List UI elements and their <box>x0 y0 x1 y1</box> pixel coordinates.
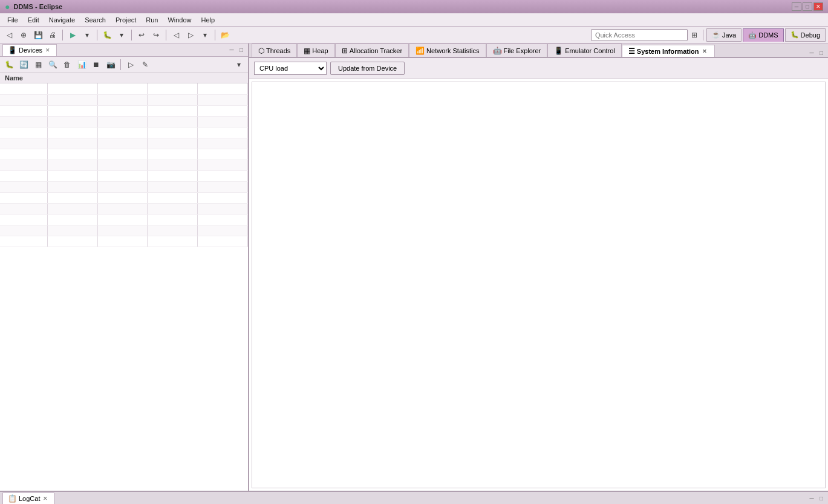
table-row <box>0 192 248 203</box>
toolbar-nav-dropdown[interactable]: ▾ <box>198 28 212 42</box>
devices-toolbar: 🐛 🔄 ▦ 🔍 🗑 📊 ⏹ 📷 ▷ ✎ ▾ <box>0 57 248 73</box>
update-from-device-button[interactable]: Update from Device <box>330 62 405 75</box>
logcat-tab[interactable]: 📋 LogCat ✕ <box>2 493 54 505</box>
logcat-tab-controls: ─ □ <box>807 494 826 503</box>
tab-threads[interactable]: ⬡ Threads <box>252 44 297 57</box>
emulator-tab-label: Emulator Control <box>565 47 615 54</box>
perspective-ddms[interactable]: 🤖 DDMS <box>743 28 783 42</box>
toolbar-print-button[interactable]: 🖨 <box>46 28 59 42</box>
devices-tab-close[interactable]: ✕ <box>44 47 51 53</box>
toolbar-undo-button[interactable]: ↩ <box>135 28 148 42</box>
toolbar-open-perspective[interactable]: ⊞ <box>689 28 700 42</box>
dump-hprof-btn[interactable]: 🔍 <box>46 58 59 71</box>
tab-file-explorer[interactable]: 🤖 File Explorer <box>486 44 548 57</box>
toolbar-run-button[interactable]: ▶ <box>66 28 79 42</box>
allocation-tab-label: Allocation Tracker <box>350 47 402 54</box>
title-bar: ● DDMS - Eclipse ─ □ ✕ <box>0 0 828 13</box>
heap-tab-icon: ▦ <box>304 47 310 55</box>
menu-edit[interactable]: Edit <box>23 15 44 25</box>
tab-allocation[interactable]: ⊞ Allocation Tracker <box>335 44 409 57</box>
maximize-button[interactable]: □ <box>803 2 812 11</box>
network-tab-label: Network Statistics <box>426 47 479 54</box>
quick-access-area <box>591 29 688 41</box>
devices-view-menu[interactable]: ▾ <box>232 58 246 71</box>
menu-project[interactable]: Project <box>111 15 141 25</box>
debug-process-btn[interactable]: 🐛 <box>2 58 16 71</box>
logcat-tab-close[interactable]: ✕ <box>42 496 49 502</box>
toolbar-save-button[interactable]: 💾 <box>31 28 45 42</box>
tab-network[interactable]: 📶 Network Statistics <box>409 44 486 57</box>
update-threads-btn[interactable]: 🔄 <box>17 58 30 71</box>
toolbar-back-button[interactable]: ◁ <box>2 28 16 42</box>
tabs-row: ⬡ Threads ▦ Heap ⊞ Allocation Tracker 📶 … <box>249 44 828 58</box>
sysinfo-maximize-btn[interactable]: □ <box>817 48 826 57</box>
title-bar-controls: ─ □ ✕ <box>792 2 823 11</box>
table-row <box>0 83 248 94</box>
table-row <box>0 170 248 181</box>
logcat-maximize-btn[interactable]: □ <box>817 494 826 503</box>
menu-help[interactable]: Help <box>197 15 220 25</box>
toolbar-separator-1 <box>62 30 63 40</box>
toolbar-redo-button[interactable]: ↪ <box>149 28 163 42</box>
perspective-java[interactable]: ☕ Java <box>706 28 742 42</box>
update-heap-btn[interactable]: ▦ <box>31 58 45 71</box>
toolbar-debug-dropdown[interactable]: ▾ <box>115 28 128 42</box>
cause-gc-btn[interactable]: 🗑 <box>60 58 74 71</box>
table-row <box>0 127 248 138</box>
quick-access-input[interactable] <box>591 29 688 41</box>
sysinfo-minimize-btn[interactable]: ─ <box>807 48 816 57</box>
update-allocation-btn[interactable]: 📊 <box>75 58 88 71</box>
edit-filters-btn[interactable]: ✎ <box>139 58 152 71</box>
menu-bar: File Edit Navigate Search Project Run Wi… <box>0 13 828 27</box>
tab-sysinfo[interactable]: ☰ System Information ✕ <box>622 45 715 58</box>
toolbar-debug-button[interactable]: 🐛 <box>100 28 114 42</box>
emulator-tab-icon: 📱 <box>554 47 563 55</box>
devices-tab-controls: ─ □ <box>227 46 246 54</box>
perspective-debug[interactable]: 🐛 Debug <box>785 28 826 42</box>
devices-maximize-btn[interactable]: □ <box>237 46 246 54</box>
sysinfo-tab-label: System Information <box>637 48 699 55</box>
devices-minimize-btn[interactable]: ─ <box>227 46 236 54</box>
menu-file[interactable]: File <box>2 15 23 25</box>
right-panel: ⬡ Threads ▦ Heap ⊞ Allocation Tracker 📶 … <box>249 44 828 491</box>
minimize-button[interactable]: ─ <box>792 2 801 11</box>
table-row <box>0 116 248 127</box>
stop-adb-btn[interactable]: ⏹ <box>90 58 103 71</box>
toolbar-separator-6 <box>703 30 703 40</box>
menu-run[interactable]: Run <box>141 15 163 25</box>
logcat-minimize-btn[interactable]: ─ <box>807 494 816 503</box>
devices-grid <box>0 83 248 247</box>
sysinfo-tab-close[interactable]: ✕ <box>701 48 708 54</box>
toolbar-run-dropdown[interactable]: ▾ <box>80 28 94 42</box>
logcat-tab-label: LogCat <box>19 495 40 502</box>
table-row <box>0 149 248 160</box>
toolbar-nav-next[interactable]: ▷ <box>184 28 197 42</box>
tab-emulator[interactable]: 📱 Emulator Control <box>547 44 622 57</box>
screen-capture-btn[interactable]: 📷 <box>104 58 117 71</box>
tab-heap[interactable]: ▦ Heap <box>297 44 334 57</box>
menu-window[interactable]: Window <box>163 15 196 25</box>
bottom-area: 📋 LogCat ✕ ─ □ Saved Filters + – ✎ All m… <box>0 491 828 504</box>
ddms-label: DDMS <box>758 31 778 39</box>
perspective-area: ☕ Java 🤖 DDMS 🐛 Debug <box>706 28 826 42</box>
toolbar-nav-prev[interactable]: ◁ <box>169 28 183 42</box>
run-logcat-btn[interactable]: ▷ <box>124 58 137 71</box>
table-row <box>0 203 248 214</box>
menu-search[interactable]: Search <box>80 15 111 25</box>
devices-tab[interactable]: 📱 Devices ✕ <box>2 44 57 56</box>
threads-tab-label: Threads <box>266 47 290 54</box>
toolbar-open-button[interactable]: 📂 <box>218 28 232 42</box>
cpu-load-select[interactable]: CPU load Memory Usage Battery Usage Othe… <box>254 62 327 75</box>
close-button[interactable]: ✕ <box>813 2 823 11</box>
table-row <box>0 181 248 192</box>
menu-navigate[interactable]: Navigate <box>44 15 80 25</box>
toolbar-new-button[interactable]: ⊕ <box>17 28 30 42</box>
dev-toolbar-sep <box>120 59 121 70</box>
table-row <box>0 214 248 225</box>
allocation-tab-icon: ⊞ <box>342 47 348 55</box>
table-row <box>0 105 248 116</box>
network-tab-icon: 📶 <box>416 47 425 55</box>
devices-table[interactable] <box>0 83 248 491</box>
devices-tab-label: Devices <box>19 47 42 54</box>
toolbar-separator-3 <box>131 30 132 40</box>
